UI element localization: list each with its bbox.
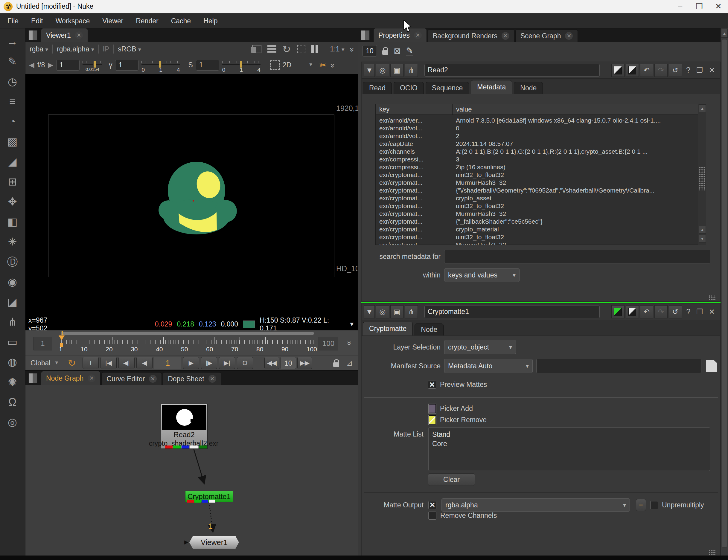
close-panel-button[interactable]: ✕	[706, 66, 718, 74]
viewer-layer-dropdown[interactable]: rgba.alpha ▾	[57, 45, 94, 53]
pause-button[interactable]	[311, 45, 318, 53]
saturation-input[interactable]: 1	[196, 60, 219, 71]
play-forward-button[interactable]: ▶	[183, 357, 199, 369]
tab-sequence[interactable]: Sequence	[426, 82, 469, 94]
metadata-row[interactable]: exr/cryptomat... MurmurHash3_32	[376, 179, 706, 187]
range-end-box[interactable]: 100	[319, 337, 338, 350]
deep-icon[interactable]: Ⓓ	[3, 252, 22, 272]
properties-scrollbar[interactable]: ▲	[721, 28, 728, 556]
pane-menu-icon[interactable]	[28, 30, 37, 40]
node-read2[interactable]: Read2 crypto_shaderball2.exr	[161, 404, 208, 449]
panel-resize-grip[interactable]	[709, 295, 716, 300]
tab-close-icon[interactable]: ✕	[149, 375, 157, 383]
help-button[interactable]: ?	[683, 307, 693, 316]
metadata-row[interactable]: exr/channels A:{2 0 1 1},B:{2 0 1 1},G:{…	[376, 148, 706, 156]
gain-slider[interactable]: 0.0154	[83, 64, 102, 65]
pane-menu-icon[interactable]	[28, 373, 37, 383]
preview-mattes-checkbox[interactable]	[428, 381, 436, 389]
more-controls-icon[interactable]: »	[347, 48, 357, 51]
picker-remove-swatch[interactable]	[429, 415, 436, 424]
wrench-icon[interactable]: ⋔	[405, 305, 418, 318]
toolsets-icon[interactable]: ⋔	[3, 312, 22, 331]
search-metadata-input[interactable]	[444, 250, 710, 264]
within-dropdown[interactable]: keys and values	[444, 268, 520, 282]
tab-background-renders[interactable]: Background Renders ✕	[428, 29, 514, 42]
gl-color-swatch[interactable]	[626, 64, 639, 77]
layout-lines-icon[interactable]	[267, 45, 276, 53]
float-viewer-icon[interactable]	[252, 45, 261, 53]
gl-color-swatch[interactable]	[626, 305, 639, 318]
gain-input[interactable]: 1	[56, 60, 80, 71]
other-icon[interactable]: ▭	[3, 332, 22, 351]
picker-add-swatch[interactable]	[429, 404, 436, 413]
scroll-up2-icon[interactable]: ▲	[699, 226, 706, 234]
playhead[interactable]	[59, 335, 65, 343]
equals-button[interactable]: =	[636, 499, 646, 511]
tab-viewer1[interactable]: Viewer1 ✕	[41, 28, 88, 42]
tab-close-icon[interactable]: ✕	[565, 32, 573, 40]
close-button[interactable]: ✕	[709, 0, 728, 13]
tab-cryptomatte[interactable]: Cryptomatte	[363, 322, 413, 335]
tab-read[interactable]: Read	[363, 82, 392, 94]
revert-button[interactable]: ↺	[669, 64, 682, 77]
scroll-thumb[interactable]	[698, 167, 706, 191]
tab-node[interactable]: Node	[514, 82, 543, 94]
metadata-row[interactable]: exr/compressi... Zip (16 scanlines)	[376, 163, 706, 171]
manifest-source-dropdown[interactable]: Metadata Auto	[444, 359, 533, 373]
collapse-panel-button[interactable]: ▼	[364, 64, 375, 77]
menu-item[interactable]: File	[1, 13, 25, 28]
sparkles-icon[interactable]: ✺	[3, 372, 22, 392]
furnace-icon[interactable]: ◍	[3, 352, 22, 372]
metadata-row[interactable]: exr/arnold/vol... 0	[376, 124, 706, 132]
scroll-up-icon[interactable]: ▲	[699, 104, 706, 112]
current-frame[interactable]: 1	[154, 357, 181, 369]
node-name-field[interactable]: Cryptomatte1	[424, 305, 600, 318]
metadata-row[interactable]: exr/cryptomat... {"\/shaderball\/Geometr…	[376, 187, 706, 194]
first-frame-button[interactable]: |◀	[100, 357, 117, 369]
redo-button[interactable]: ↷	[654, 305, 668, 318]
metadata-row[interactable]: exr/cryptomat... crypto_material	[376, 226, 706, 233]
undo-button[interactable]: ↶	[640, 305, 653, 318]
maximize-button[interactable]: ❒	[690, 0, 709, 13]
menu-item[interactable]: Help	[197, 13, 224, 28]
tab-close-icon[interactable]: ✕	[88, 374, 95, 382]
menu-item[interactable]: Viewer	[96, 13, 130, 28]
lock-range-icon[interactable]	[333, 362, 339, 367]
wrench-icon[interactable]: ⋔	[405, 64, 418, 77]
saturation-slider[interactable]: 014	[222, 64, 261, 65]
aperture-label[interactable]: f/8	[37, 61, 45, 69]
menu-item[interactable]: Workspace	[49, 13, 96, 28]
metadata-row[interactable]: exr/cryptomat... uint32_to_float32	[376, 202, 706, 210]
unpremultiply-checkbox[interactable]	[650, 501, 658, 509]
manifest-path-input[interactable]	[536, 359, 701, 373]
redo-button[interactable]: ↷	[654, 64, 668, 77]
tab-node-graph[interactable]: Node Graph ✕	[41, 371, 100, 385]
node-cryptomatte1[interactable]: Cryptomatte1	[185, 491, 233, 502]
collapse-panel-button[interactable]: ▼	[364, 305, 375, 318]
metadata-scrollbar[interactable]: ▲ ▲ ▼	[698, 104, 706, 245]
in-point-button[interactable]: I	[83, 357, 99, 369]
lock-panels-icon[interactable]	[382, 50, 388, 55]
node-graph-canvas[interactable]: Read2 crypto_shaderball2.exr Cryptomatte…	[25, 385, 358, 556]
tab-ocio[interactable]: OCIO	[394, 82, 424, 94]
prev-aperture-icon[interactable]: ◀	[29, 61, 34, 69]
channel-icon[interactable]: ≡	[3, 92, 22, 111]
tab-metadata[interactable]: Metadata	[471, 80, 512, 94]
menu-item[interactable]: Cache	[165, 13, 197, 28]
viewer-mode-dropdown[interactable]: 2D▾	[283, 61, 312, 69]
tab-close-icon[interactable]: ✕	[75, 31, 83, 39]
gamma-input[interactable]: 1	[115, 60, 138, 71]
frame-increment[interactable]: 10	[281, 357, 296, 369]
tab-close-icon[interactable]: ✕	[208, 375, 216, 383]
play-backward-button[interactable]: ◀	[136, 357, 153, 369]
matte-output-checkbox[interactable]	[428, 501, 436, 509]
node-viewer1[interactable]: Viewer1	[189, 536, 239, 549]
metadata-row[interactable]: exr/cryptomat... uint32_to_float32	[376, 233, 706, 241]
undo-button[interactable]: ↶	[640, 64, 653, 77]
roi-icon[interactable]	[270, 60, 280, 70]
metadata-row[interactable]: exr/cryptomat... {"_fallbackShader":"ce5…	[376, 218, 706, 226]
frame-handles-icon[interactable]	[297, 45, 305, 53]
float-panel-button[interactable]: ❐	[695, 308, 705, 316]
revert-button[interactable]: ↺	[669, 305, 682, 318]
image-icon[interactable]: →	[3, 32, 22, 51]
